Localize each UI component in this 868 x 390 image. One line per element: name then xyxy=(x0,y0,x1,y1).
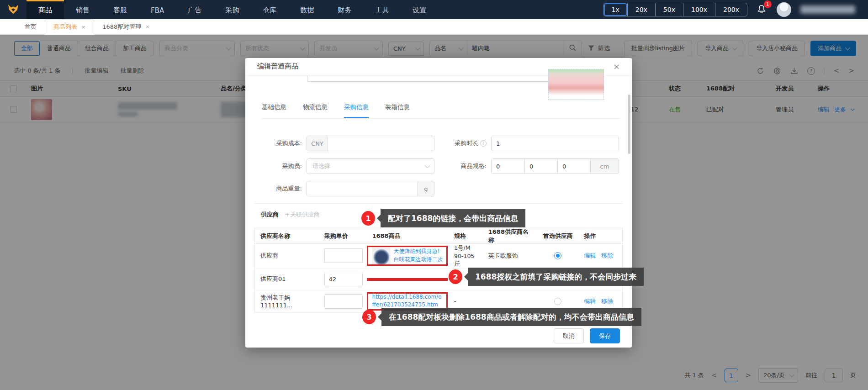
product-1688-thumbnail xyxy=(372,247,391,265)
product-1688-cell-highlighted: https://detail.1688.com/offer/6217035247… xyxy=(367,293,449,310)
spec-height-input[interactable] xyxy=(557,159,590,174)
preferred-supplier-radio[interactable] xyxy=(554,298,561,305)
nav-item-finance[interactable]: 财务 xyxy=(326,0,363,19)
nav-item-sales[interactable]: 销售 xyxy=(64,0,101,19)
supplier-spec: - xyxy=(449,298,483,305)
purchase-duration-field-group: 采购时长 ? xyxy=(446,136,619,151)
edit-product-modal: 编辑普通商品 × 基础信息 物流信息 采购信息 装箱信息 采购成本: CNY 采… xyxy=(245,58,632,348)
notification-bell[interactable]: 1 xyxy=(757,4,767,16)
tab-logistics-info[interactable]: 物流信息 xyxy=(303,103,328,118)
supplier-remove-link[interactable]: 移除 xyxy=(601,297,613,306)
modal-tabs: 基础信息 物流信息 采购信息 装箱信息 xyxy=(262,103,410,118)
spec-unit: cm xyxy=(590,159,619,174)
spec-length-input[interactable] xyxy=(492,159,524,174)
nav-item-ads[interactable]: 广告 xyxy=(176,0,213,19)
nav-item-settings[interactable]: 设置 xyxy=(401,0,438,19)
purchase-cost-field-group: 采购成本: CNY xyxy=(258,136,434,151)
nav-item-products[interactable]: 商品 xyxy=(26,0,64,19)
username-redacted xyxy=(800,5,855,14)
supplier-edit-link[interactable]: 编辑 xyxy=(584,252,596,260)
supplier-1688-name: 英卡欧服饰 xyxy=(483,252,538,260)
product-photo[interactable] xyxy=(548,69,604,100)
tab-close-icon[interactable]: × xyxy=(81,24,85,30)
tab-home[interactable]: 首页 xyxy=(16,19,45,34)
supplier-name: 贵州老干妈1111111... xyxy=(255,294,319,309)
page-tabbar: 首页 商品列表 × 1688配对管理 × xyxy=(0,19,868,35)
section-divider xyxy=(254,203,623,204)
annotation-1-tooltip: 配对了1688的链接，会带出商品信息 xyxy=(381,209,525,227)
fox-logo-icon xyxy=(6,3,20,17)
modal-scrollbar[interactable] xyxy=(628,95,630,154)
zoom-50x-button[interactable]: 50x xyxy=(655,3,683,16)
purchase-cost-input[interactable] xyxy=(328,136,434,151)
zoom-1x-button[interactable]: 1x xyxy=(604,3,627,16)
user-avatar[interactable] xyxy=(777,2,791,17)
nav-item-fba[interactable]: FBA xyxy=(139,0,176,19)
scrolled-input-fragment xyxy=(307,76,554,82)
buyer-field-group: 采购员: 请选择 xyxy=(258,158,434,174)
supplier-spec: 1号/M 90-105斤 xyxy=(449,244,483,268)
supplier-row-1: 供应商 天使降临到我身边! 白咲花周边动漫二次元... 1号/M 90-105斤… xyxy=(255,244,622,269)
nav-menu: 商品 销售 客服 FBA 广告 采购 仓库 数据 财务 工具 设置 xyxy=(26,0,438,19)
notification-badge: 1 xyxy=(764,0,772,8)
supplier-edit-link[interactable]: 编辑 xyxy=(584,297,596,306)
supplier-section-header: 供应商 +关联供应商 xyxy=(261,211,320,219)
zoom-100x-button[interactable]: 100x xyxy=(683,3,715,16)
nav-item-service[interactable]: 客服 xyxy=(101,0,139,19)
zoom-200x-button[interactable]: 200x xyxy=(715,3,747,16)
tab-close-icon[interactable]: × xyxy=(145,24,149,30)
supplier-remove-link[interactable]: 移除 xyxy=(601,252,613,260)
tab-home-label: 首页 xyxy=(25,23,37,31)
unit-price-input[interactable] xyxy=(324,248,363,263)
tabs-underline xyxy=(262,118,620,119)
annotation-2-tooltip: 1688授权之前填了采购链接的，不会同步过来 xyxy=(468,268,644,286)
nav-item-data[interactable]: 数据 xyxy=(288,0,326,19)
info-icon[interactable]: ? xyxy=(480,140,487,147)
weight-field-group: 商品重量: g xyxy=(258,181,434,196)
buyer-label: 采购员: xyxy=(258,162,302,170)
unit-price-input[interactable] xyxy=(324,272,363,286)
product-1688-link[interactable]: 天使降临到我身边! 白咲花周边动漫二次元... xyxy=(394,248,443,264)
col-operation: 操作 xyxy=(578,232,622,240)
close-icon[interactable]: × xyxy=(613,63,620,71)
tab-basic-info[interactable]: 基础信息 xyxy=(262,103,286,118)
buyer-select[interactable]: 请选择 xyxy=(307,158,434,174)
nav-item-tools[interactable]: 工具 xyxy=(363,0,401,19)
spec-field-group: 商品规格: cm xyxy=(446,158,619,174)
tab-product-list[interactable]: 商品列表 × xyxy=(45,19,94,35)
tab-1688-pairing[interactable]: 1688配对管理 × xyxy=(94,19,158,34)
chevron-down-icon xyxy=(425,163,430,168)
modal-title: 编辑普通商品 xyxy=(257,62,298,71)
col-unit-price: 采购单价 xyxy=(319,232,367,240)
nav-item-warehouse[interactable]: 仓库 xyxy=(251,0,288,19)
preferred-supplier-radio[interactable] xyxy=(554,252,561,259)
col-1688-product: 1688商品 xyxy=(366,232,449,240)
purchase-duration-input[interactable] xyxy=(492,136,619,151)
col-supplier-name: 供应商名称 xyxy=(255,232,319,240)
col-spec: 规格 xyxy=(449,232,483,240)
weight-input[interactable] xyxy=(307,181,418,196)
supplier-section-title: 供应商 xyxy=(261,211,279,219)
cancel-button[interactable]: 取消 xyxy=(554,328,584,343)
product-1688-cell-highlighted: 天使降临到我身边! 白咲花周边动漫二次元... xyxy=(367,247,449,265)
tab-purchase-info[interactable]: 采购信息 xyxy=(344,103,369,118)
col-preferred-supplier: 首选供应商 xyxy=(537,232,578,240)
zoom-button-group: 1x 20x 50x 100x 200x xyxy=(603,3,747,16)
save-button[interactable]: 保存 xyxy=(590,328,620,343)
col-1688-supplier-name: 1688供应商名称 xyxy=(483,228,538,244)
zoom-20x-button[interactable]: 20x xyxy=(627,3,655,16)
app-screen: 商品 销售 客服 FBA 广告 采购 仓库 数据 财务 工具 设置 1x 20x… xyxy=(0,0,868,390)
app-logo[interactable] xyxy=(0,0,26,19)
supplier-name: 供应商01 xyxy=(255,275,319,283)
tab-product-list-label: 商品列表 xyxy=(53,23,77,31)
purchase-cost-label: 采购成本: xyxy=(258,139,302,148)
link-supplier-button[interactable]: +关联供应商 xyxy=(285,211,320,219)
spec-width-input[interactable] xyxy=(524,159,557,174)
annotation-3-marker: 3 xyxy=(362,310,376,324)
tab-packing-info[interactable]: 装箱信息 xyxy=(385,103,410,118)
product-1688-url-link[interactable]: https://detail.1688.com/offer/6217035247… xyxy=(372,293,443,310)
bell-icon xyxy=(757,9,767,16)
nav-item-purchase[interactable]: 采购 xyxy=(213,0,251,19)
unit-price-input[interactable] xyxy=(324,294,363,309)
supplier-name: 供应商 xyxy=(255,252,319,260)
